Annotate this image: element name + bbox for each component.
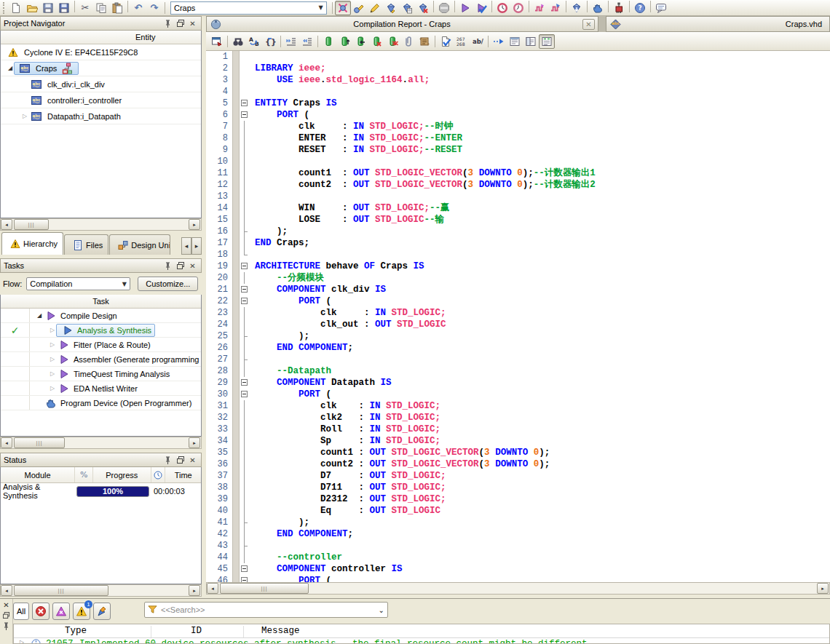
stop-icon[interactable]	[436, 1, 452, 15]
message-column-header[interactable]: Message	[261, 626, 300, 636]
code-line-21[interactable]: 21 COMPONENT clk_div IS	[206, 284, 830, 295]
wave-editor-icon[interactable]	[531, 1, 548, 15]
indent-icon[interactable]	[283, 34, 299, 49]
code-line-9[interactable]: 9 RESET : IN STD_LOGIC;--RESET	[206, 144, 830, 156]
code-line-2[interactable]: 2LIBRARY ieee;	[206, 63, 830, 74]
code-line-38[interactable]: 38 D711 : OUT STD_LOGIC;	[206, 482, 830, 493]
insert-arrow-icon[interactable]	[491, 34, 507, 49]
bookmark-prev-icon[interactable]	[352, 34, 368, 49]
code-line-34[interactable]: 34 Sp : IN STD_LOGIC;	[206, 435, 830, 447]
customize-button[interactable]: Customize...	[138, 277, 198, 291]
tree-item-controller-i-controller[interactable]: abccontroller:i_controller	[1, 92, 201, 108]
task-row-eda-netlist-writer[interactable]: ▷EDA Netlist Writer	[1, 381, 201, 396]
code-line-40[interactable]: 40 Eq : OUT STD_LOGIC	[206, 505, 830, 517]
tab-craps-vhd[interactable]: abc Craps.vhd	[606, 16, 830, 32]
code-line-15[interactable]: 15 LOSE : OUT STD_LOGIC--输	[206, 214, 830, 226]
code-line-28[interactable]: 28 --Datapath	[206, 365, 830, 377]
replace-ab-icon[interactable]: AB	[246, 34, 262, 49]
close-icon[interactable]: ✕	[187, 455, 198, 465]
filter-critical-warnings-button[interactable]	[52, 603, 70, 620]
close-icon[interactable]: ✕	[582, 19, 595, 30]
timing-clock-icon[interactable]	[510, 1, 526, 15]
code-line-41[interactable]: 41 );	[206, 517, 830, 528]
tab-scroll-right-icon[interactable]: ▸	[191, 237, 202, 255]
filter-all-button[interactable]: All	[13, 603, 29, 620]
code-editor[interactable]: 12LIBRARY ieee;3 USE ieee.std_logic_1164…	[206, 51, 830, 582]
float-icon[interactable]	[3, 611, 9, 620]
pin-planner-icon[interactable]	[367, 1, 383, 15]
expand-arrow-icon[interactable]: ▷	[20, 639, 24, 644]
code-line-10[interactable]: 10	[206, 156, 830, 167]
save-icon[interactable]	[40, 1, 56, 15]
cut-icon[interactable]: ✂	[77, 1, 93, 15]
code-line-14[interactable]: 14 WIN : OUT STD_LOGIC;--赢	[206, 202, 830, 214]
settings-icon[interactable]	[383, 1, 399, 15]
tab-compilation-report[interactable]: Compilation Report - Craps ✕	[206, 16, 598, 32]
comment-ab-icon[interactable]: ab/	[470, 34, 486, 49]
code-line-23[interactable]: 23 clk : IN STD_LOGIC;	[206, 307, 830, 319]
status-hscrollbar[interactable]: ◂||| ▸	[0, 584, 202, 597]
code-line-11[interactable]: 11 count1 : OUT STD_LOGIC_VECTOR(3 DOWNT…	[206, 167, 830, 179]
code-line-5[interactable]: 5ENTITY Craps IS	[206, 98, 830, 109]
tab-design-unit[interactable]: Design Unit	[109, 234, 170, 255]
toolbar-drag-handle[interactable]	[3, 2, 7, 14]
tab-files[interactable]: Files	[64, 234, 108, 255]
tree-item-clk-div-i-clk-div[interactable]: abcclk_div:i_clk_div	[1, 76, 201, 92]
macro-scroll-icon[interactable]	[416, 34, 432, 49]
progress-column-header[interactable]: Progress	[93, 467, 151, 482]
pin-icon[interactable]	[3, 622, 9, 632]
bookmark-delete-icon[interactable]	[368, 34, 384, 49]
code-line-35[interactable]: 35 count1 : OUT STD_LOGIC_VECTOR(3 DOWNT…	[206, 447, 830, 458]
code-line-37[interactable]: 37 D7 : OUT STD_LOGIC;	[206, 470, 830, 482]
fold-collapse-icon[interactable]	[240, 377, 249, 389]
code-line-25[interactable]: 25 );	[206, 330, 830, 342]
flow-selector[interactable]: Compilation ▼	[26, 277, 130, 290]
code-line-3[interactable]: 3 USE ieee.std_logic_1164.all;	[206, 74, 830, 86]
tab-hierarchy[interactable]: Hierarchy	[1, 232, 63, 255]
expand-arrow-icon[interactable]: ▷	[49, 356, 56, 362]
code-line-8[interactable]: 8 ENTER : IN STD_LOGIC;--ENTER	[206, 132, 830, 144]
block-view-3-icon[interactable]	[539, 34, 555, 49]
code-line-46[interactable]: 46 PORT (	[206, 575, 830, 582]
fold-collapse-icon[interactable]	[240, 575, 249, 582]
task-row-timequest-timing-analysis[interactable]: ▷TimeQuest Timing Analysis	[1, 367, 201, 381]
task-row-fitter-place-route-[interactable]: ▷Fitter (Place & Route)	[1, 338, 201, 352]
outdent-icon[interactable]	[299, 34, 315, 49]
code-line-13[interactable]: 13	[206, 191, 830, 202]
task-row-assembler-generate-programming[interactable]: ▷Assembler (Generate programming	[1, 352, 201, 367]
bookmark-up-icon[interactable]	[336, 34, 352, 49]
chip-resource-icon[interactable]	[611, 1, 627, 15]
code-line-44[interactable]: 44 --controller	[206, 552, 830, 563]
assignments-doc-icon[interactable]	[399, 1, 415, 15]
syntax-check-icon[interactable]	[438, 34, 454, 49]
save-project-icon[interactable]	[56, 1, 72, 15]
code-line-36[interactable]: 36 count2 : OUT STD_LOGIC_VECTOR(3 DOWNT…	[206, 458, 830, 470]
code-line-45[interactable]: 45 COMPONENT controller IS	[206, 563, 830, 575]
pin-icon[interactable]	[162, 18, 173, 28]
bookmark-delete-all-icon[interactable]	[384, 34, 400, 49]
block-view-2-icon[interactable]	[523, 34, 539, 49]
code-line-1[interactable]: 1	[206, 51, 830, 63]
fold-collapse-icon[interactable]	[240, 109, 249, 121]
task-row-program-device-open-programmer[interactable]: Program Device (Open Programmer)	[1, 396, 201, 410]
filter-warnings-button[interactable]: 1	[73, 603, 90, 620]
expand-arrow-icon[interactable]: ▷	[49, 341, 56, 348]
code-line-6[interactable]: 6 PORT (	[206, 109, 830, 121]
code-line-30[interactable]: 30 PORT (	[206, 389, 830, 400]
entity-column-header[interactable]: Entity	[1, 31, 201, 44]
code-line-4[interactable]: 4	[206, 86, 830, 98]
status-row[interactable]: Analysis & Synthesis 100% 00:00:03	[1, 483, 201, 499]
expand-arrow-icon[interactable]: ▷	[49, 370, 56, 377]
code-line-26[interactable]: 26 END COMPONENT;	[206, 342, 830, 354]
code-line-43[interactable]: 43	[206, 540, 830, 552]
programmer-icon[interactable]	[590, 1, 606, 15]
fold-collapse-icon[interactable]	[240, 389, 249, 400]
remove-assignments-icon[interactable]	[415, 1, 431, 15]
code-line-29[interactable]: 29 COMPONENT Datapath IS	[206, 377, 830, 389]
close-icon[interactable]: ✕	[3, 601, 9, 609]
new-file-icon[interactable]	[8, 1, 24, 15]
message-search-box[interactable]: <<Search>> ⌄	[144, 602, 388, 618]
code-line-20[interactable]: 20 --分频模块	[206, 272, 830, 284]
float-icon[interactable]	[175, 261, 186, 271]
editor-hscrollbar[interactable]: ◂||| ▸	[206, 582, 830, 595]
